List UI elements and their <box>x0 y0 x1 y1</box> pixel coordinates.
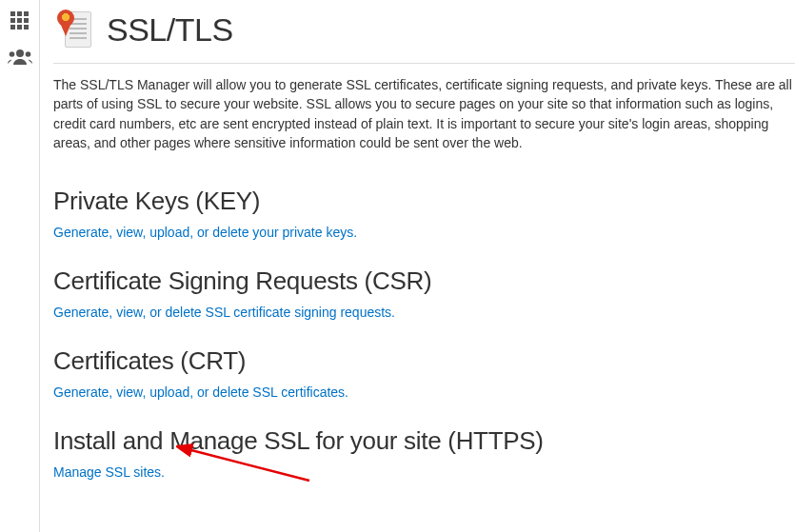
svg-point-11 <box>26 51 31 57</box>
svg-point-10 <box>10 51 15 57</box>
svg-rect-3 <box>10 18 15 23</box>
users-icon[interactable] <box>0 42 40 72</box>
svg-rect-8 <box>24 25 29 30</box>
link-manage-ssl-sites[interactable]: Manage SSL sites. <box>53 464 165 480</box>
link-csr[interactable]: Generate, view, or delete SSL certificat… <box>53 305 395 320</box>
main-content: SSL/TLS The SSL/TLS Manager will allow y… <box>40 0 795 506</box>
svg-rect-6 <box>10 25 15 30</box>
svg-rect-2 <box>24 11 29 16</box>
svg-point-9 <box>16 49 24 57</box>
section-heading-install: Install and Manage SSL for your site (HT… <box>53 426 795 456</box>
intro-text: The SSL/TLS Manager will allow you to ge… <box>53 75 795 152</box>
link-certificates[interactable]: Generate, view, upload, or delete SSL ce… <box>53 384 348 400</box>
svg-rect-4 <box>17 18 22 23</box>
apps-grid-icon[interactable] <box>0 6 40 36</box>
svg-rect-5 <box>24 18 29 23</box>
svg-rect-1 <box>17 11 22 16</box>
page-title: SSL/TLS <box>107 11 233 49</box>
divider <box>53 63 795 64</box>
sidebar <box>0 0 40 532</box>
section-heading-csr: Certificate Signing Requests (CSR) <box>53 266 795 296</box>
section-heading-key: Private Keys (KEY) <box>53 187 795 216</box>
svg-rect-7 <box>17 25 22 30</box>
section-heading-crt: Certificates (CRT) <box>53 346 795 376</box>
link-private-keys[interactable]: Generate, view, upload, or delete your p… <box>53 225 357 240</box>
svg-rect-0 <box>10 11 15 16</box>
title-row: SSL/TLS <box>53 10 795 49</box>
ssl-certificate-icon <box>53 10 93 49</box>
